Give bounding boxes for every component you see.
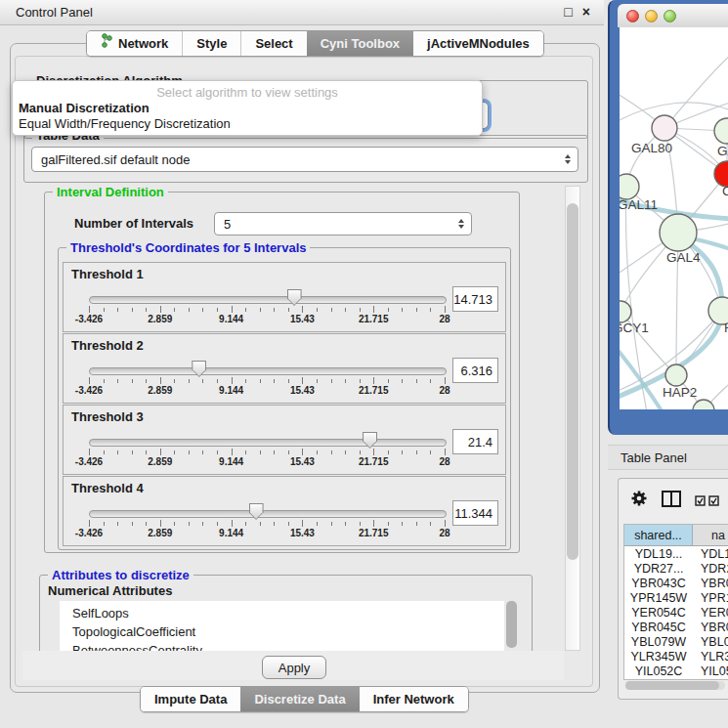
float-window-icon[interactable]: □ xyxy=(564,4,572,20)
number-of-intervals-value: 5 xyxy=(224,217,231,232)
mac-close-icon[interactable] xyxy=(626,10,639,22)
table-row[interactable]: YLR345WYLR34 xyxy=(624,649,728,664)
tick-mark xyxy=(388,379,389,383)
number-of-intervals-combobox[interactable]: 5 xyxy=(214,212,472,236)
tab-style[interactable]: Style xyxy=(182,31,240,56)
tick-mark xyxy=(430,308,431,312)
attributes-group: Attributes to discretize Numerical Attri… xyxy=(39,575,533,651)
threshold-value-field[interactable]: 6.316 xyxy=(452,358,498,383)
table-row[interactable]: YDL19...YDL19 xyxy=(624,546,728,561)
control-panel-tabbar: NetworkStyleSelectCyni ToolboxjActiveMNo… xyxy=(86,30,544,57)
close-icon[interactable]: × xyxy=(582,4,590,20)
table-row[interactable]: YIL052CYIL05 xyxy=(624,664,728,678)
table-row[interactable]: YPR145WYPR14 xyxy=(624,590,728,605)
settings-scrollbar-thumb[interactable] xyxy=(567,203,578,560)
tick-mark xyxy=(132,522,133,526)
cell-shared-name: YDL19... xyxy=(624,547,693,561)
slider-track[interactable] xyxy=(89,510,447,518)
slider-track[interactable] xyxy=(89,296,447,304)
cyni-bottom-tabbar: Impute DataDiscretize DataInfer Network xyxy=(140,686,469,712)
tab-network[interactable]: Network xyxy=(87,31,182,56)
cell-name: YPR14 xyxy=(693,591,728,605)
cell-shared-name: YPR145W xyxy=(624,591,693,605)
table-hscrollbar-track[interactable] xyxy=(625,681,725,690)
network-canvas[interactable]: GAL80GACGAL11GAL4GCY1HHAP2 xyxy=(620,27,728,409)
table-row[interactable]: YER054CYER05 xyxy=(624,605,728,620)
tick-mark xyxy=(288,379,289,383)
combo-stepper-icon xyxy=(565,154,571,164)
tick-label: 2.859 xyxy=(148,528,172,538)
tick-mark xyxy=(416,379,417,383)
cell-name: YBL07 xyxy=(693,635,728,649)
settings-viewport: Interval Definition Number of Intervals … xyxy=(21,186,565,651)
algorithm-option[interactable]: Manual Discretization xyxy=(17,101,478,116)
mac-zoom-icon[interactable] xyxy=(664,10,676,22)
tick-mark xyxy=(232,306,233,313)
tab-select[interactable]: Select xyxy=(240,31,306,56)
tick-label: 15.43 xyxy=(290,456,315,467)
network-graph[interactable]: GAL80GACGAL11GAL4GCY1HHAP2 xyxy=(620,27,728,409)
app-root: Control Panel □ × NetworkStyleSelectCyni… xyxy=(0,0,728,728)
node-table[interactable]: shared... na YDL19...YDL19YDR27...YDR27Y… xyxy=(623,524,728,680)
tick-mark xyxy=(302,449,303,455)
tab-discretize-data[interactable]: Discretize Data xyxy=(240,687,359,711)
tick-mark xyxy=(288,522,289,526)
algorithm-option[interactable]: Equal Width/Frequency Discretization xyxy=(17,116,478,132)
numerical-attributes-list[interactable]: SelfLoopsTopologicalCoefficientBetweenne… xyxy=(60,601,504,651)
threshold-value-field[interactable]: 11.344 xyxy=(452,500,498,526)
attribute-list-item[interactable]: BetweennessCentrality xyxy=(60,641,504,651)
attribute-list-item[interactable]: SelfLoops xyxy=(60,604,504,622)
tick-label: 2.859 xyxy=(148,385,172,396)
table-row[interactable]: YBR043CYBR04 xyxy=(624,576,728,590)
threshold-value-field[interactable]: 21.4 xyxy=(452,429,498,454)
table-header-shared-name[interactable]: shared... xyxy=(624,525,693,545)
tab-jactivemnodules[interactable]: jActiveMNodules xyxy=(413,31,543,56)
table-hscrollbar-thumb[interactable] xyxy=(625,681,719,690)
network-node[interactable] xyxy=(620,174,639,199)
tick-mark xyxy=(117,522,118,526)
tick-mark xyxy=(345,450,346,454)
tick-mark xyxy=(331,522,332,526)
attribute-list-item[interactable]: TopologicalCoefficient xyxy=(60,622,504,641)
tab-impute-data[interactable]: Impute Data xyxy=(141,687,240,711)
network-node[interactable] xyxy=(620,301,631,322)
tick-label: -3.426 xyxy=(75,385,103,396)
table-row[interactable]: YDR27...YDR27 xyxy=(624,561,728,576)
tick-mark xyxy=(104,522,105,526)
table-header-row: shared... na xyxy=(624,525,728,546)
slider-track[interactable] xyxy=(89,439,447,447)
attributes-list-scrollbar[interactable] xyxy=(506,601,517,648)
mac-minimize-icon[interactable] xyxy=(645,10,658,22)
table-data-combobox[interactable]: galFiltered.sif default node xyxy=(31,147,578,172)
tick-mark xyxy=(430,522,431,526)
threshold-value-field[interactable]: 14.713 xyxy=(452,286,498,312)
tick-label: 28 xyxy=(439,528,450,538)
tick-mark xyxy=(373,377,374,384)
tick-mark xyxy=(317,308,318,312)
columns-icon[interactable] xyxy=(662,491,681,511)
control-panel-title: Control Panel xyxy=(16,5,93,20)
tick-mark xyxy=(388,522,389,526)
gear-icon[interactable] xyxy=(630,490,648,511)
tick-mark xyxy=(202,450,203,454)
table-header-name[interactable]: na xyxy=(693,525,728,545)
tab-cyni-toolbox[interactable]: Cyni Toolbox xyxy=(307,31,413,56)
network-node[interactable] xyxy=(714,118,728,144)
slider-track[interactable] xyxy=(89,367,447,375)
tick-mark xyxy=(245,379,246,383)
network-node[interactable] xyxy=(660,214,697,251)
threshold-label: Threshold 3 xyxy=(71,409,144,424)
table-row[interactable]: YBR045CYBR04 xyxy=(624,620,728,634)
apply-button[interactable]: Apply xyxy=(262,656,326,679)
tick-mark xyxy=(260,522,261,526)
tab-infer-network[interactable]: Infer Network xyxy=(360,687,468,711)
slider-ticks xyxy=(89,306,445,315)
network-node[interactable] xyxy=(652,115,677,141)
tick-mark xyxy=(132,450,133,454)
tick-mark xyxy=(274,450,275,454)
tick-mark xyxy=(160,377,161,384)
checkbox-icons[interactable] xyxy=(695,495,719,506)
table-row[interactable]: YBL079WYBL07 xyxy=(624,634,728,649)
network-node[interactable] xyxy=(665,364,687,386)
tick-mark xyxy=(445,449,446,455)
